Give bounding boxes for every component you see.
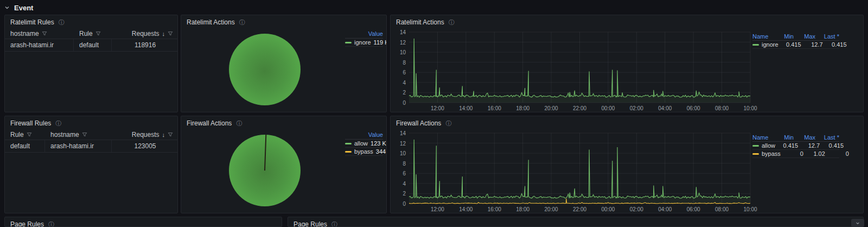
- info-icon[interactable]: ⓘ: [55, 121, 61, 127]
- cell-rule: default: [5, 140, 45, 152]
- filter-icon[interactable]: [82, 132, 87, 137]
- panel-firewall-rules: Firewall Rules ⓘ Rule hostname Requests …: [4, 116, 178, 213]
- panel-ratelimit-actions-pie: Ratelimit Actions ⓘ Value ignore 119 K: [181, 15, 387, 112]
- legend-item-ignore[interactable]: ignore 119 K: [345, 39, 383, 47]
- pie-chart-firewall: [229, 135, 301, 206]
- panel-title[interactable]: Firewall Actions: [187, 119, 232, 127]
- legend-col-name: Name: [752, 33, 771, 40]
- series-swatch: [752, 44, 759, 46]
- series-swatch: [345, 143, 352, 144]
- row-title: Event: [14, 4, 33, 12]
- cell-requests: 123005: [112, 140, 177, 152]
- cell-requests: 118916: [112, 39, 177, 51]
- info-icon[interactable]: ⓘ: [48, 222, 54, 227]
- table-row: default arash-hatami.ir 123005: [5, 140, 177, 153]
- table-row: arash-hatami.ir default 118916: [5, 39, 177, 52]
- legend-header-value: Value: [345, 30, 383, 39]
- series-swatch: [345, 42, 352, 43]
- firewall-rules-table: Rule hostname Requests ↓ default arash-h…: [5, 130, 177, 153]
- column-header-hostname[interactable]: hostname: [45, 130, 112, 140]
- info-icon[interactable]: ⓘ: [59, 20, 65, 26]
- series-swatch: [345, 151, 352, 153]
- panel-firewall-actions-pie: Firewall Actions ⓘ Value allow 123 K byp…: [181, 116, 387, 213]
- series-swatch: [752, 145, 759, 147]
- panel-title[interactable]: Page Rules: [10, 220, 44, 227]
- column-header-hostname[interactable]: hostname: [5, 29, 74, 39]
- bypass-slice: [264, 135, 266, 171]
- cell-rule: default: [74, 39, 112, 51]
- legend-col-min: Min: [771, 134, 794, 141]
- filter-icon[interactable]: [95, 31, 101, 36]
- filter-icon[interactable]: [27, 132, 32, 137]
- sort-desc-icon[interactable]: ↓: [162, 30, 165, 37]
- panel-ratelimit-rules: Ratelimit Rules ⓘ hostname Rule Requests…: [4, 15, 178, 112]
- panel-title[interactable]: Ratelimit Rules: [10, 18, 54, 26]
- chevron-down-icon[interactable]: [4, 5, 10, 10]
- filter-icon[interactable]: [42, 31, 47, 36]
- timeseries-legend: Name Min Max Last * ignore 0.415 12.7 0.…: [752, 30, 861, 111]
- column-header-rule[interactable]: Rule: [5, 130, 45, 140]
- row-header-event[interactable]: Event: [4, 2, 33, 13]
- timeseries-plot[interactable]: 0246810121412:0014:0016:0018:0020:0022:0…: [395, 131, 752, 212]
- legend-item-bypass[interactable]: bypass 344: [345, 148, 383, 156]
- pie-chart-ratelimit: [229, 34, 301, 105]
- cell-hostname: arash-hatami.ir: [45, 140, 112, 152]
- scroll-indicator-button[interactable]: [851, 219, 864, 227]
- panel-page-rules-left: Page Rules ⓘ: [4, 217, 282, 227]
- panel-title[interactable]: Ratelimit Actions: [396, 18, 444, 26]
- info-icon[interactable]: ⓘ: [331, 222, 337, 227]
- sort-desc-icon[interactable]: ↓: [162, 131, 165, 138]
- panel-title[interactable]: Firewall Rules: [10, 119, 51, 127]
- column-header-requests[interactable]: Requests ↓: [112, 29, 177, 39]
- filter-icon[interactable]: [168, 31, 173, 36]
- cell-hostname: arash-hatami.ir: [5, 39, 74, 51]
- panel-firewall-actions-timeseries: Firewall Actions ⓘ 0246810121412:0014:00…: [390, 116, 864, 213]
- legend-col-last: Last *: [815, 33, 839, 40]
- panel-title[interactable]: Page Rules: [293, 220, 327, 227]
- info-icon[interactable]: ⓘ: [236, 121, 242, 127]
- legend-col-max: Max: [794, 33, 815, 40]
- legend-item-allow[interactable]: allow 0.415 12.7 0.415: [752, 142, 839, 150]
- column-header-rule[interactable]: Rule: [74, 29, 112, 39]
- ratelimit-rules-table: hostname Rule Requests ↓ arash-hatami.ir…: [5, 29, 177, 52]
- legend-col-name: Name: [752, 134, 771, 141]
- info-icon[interactable]: ⓘ: [445, 121, 451, 127]
- filter-icon[interactable]: [168, 132, 173, 137]
- panel-ratelimit-actions-timeseries: Ratelimit Actions ⓘ 0246810121412:0014:0…: [390, 15, 864, 112]
- timeseries-legend: Name Min Max Last * allow 0.415 12.7 0.4…: [752, 131, 861, 212]
- info-icon[interactable]: ⓘ: [239, 20, 245, 26]
- chevron-down-icon: [856, 221, 860, 225]
- pie-legend: Value allow 123 K bypass 344: [345, 131, 383, 156]
- legend-col-max: Max: [794, 134, 815, 141]
- legend-col-min: Min: [771, 33, 794, 40]
- panel-page-rules-right: Page Rules ⓘ: [288, 217, 864, 227]
- legend-header-value: Value: [345, 131, 383, 140]
- legend-item-ignore[interactable]: ignore 0.415 12.7 0.415: [752, 41, 839, 49]
- legend-item-bypass[interactable]: bypass 0 1.02 0: [752, 150, 839, 158]
- legend-col-last: Last *: [815, 134, 839, 141]
- panel-title[interactable]: Ratelimit Actions: [187, 18, 235, 26]
- pie-legend: Value ignore 119 K: [345, 30, 383, 47]
- series-swatch: [752, 153, 759, 155]
- timeseries-plot[interactable]: 0246810121412:0014:0016:0018:0020:0022:0…: [395, 30, 752, 111]
- legend-item-allow[interactable]: allow 123 K: [345, 140, 383, 148]
- column-header-requests[interactable]: Requests ↓: [112, 130, 177, 140]
- panel-title[interactable]: Firewall Actions: [396, 119, 441, 127]
- info-icon[interactable]: ⓘ: [449, 20, 455, 26]
